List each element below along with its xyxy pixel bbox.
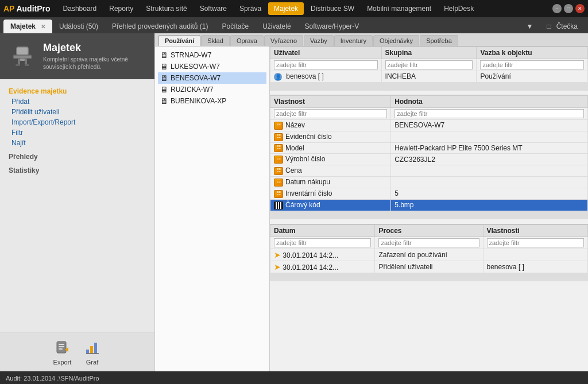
tree-item-label: BENESOVA-W7 [171,74,220,82]
tab-uzivatele[interactable]: Uživatelé [256,20,297,33]
property-icon: ☷ [274,190,283,198]
sidebar-link-pridat[interactable]: Přidat [0,96,154,107]
filter-proces[interactable] [378,238,479,247]
sidebar-footer: Export Graf [0,332,154,371]
sidebar-majetek-icon [9,42,36,71]
sidebar-footer-export[interactable]: Export [53,338,72,366]
subtab-sklad[interactable]: Sklad [201,35,230,46]
sidebar-link-najit[interactable]: Najít [0,138,154,148]
close-button[interactable]: ✕ [575,4,585,13]
sidebar-section-evidence-title: Evidence majetku [0,84,154,96]
cell-user: benesova [ ] [286,72,323,80]
cell-skupina: INCHEBA [381,71,477,83]
menu-distribuce[interactable]: Distribuce SW [305,2,360,15]
menu-mobilni[interactable]: Mobilní management [361,2,437,15]
menu-sprava[interactable]: Správa [234,2,267,15]
prop-name: Cena [285,166,302,174]
sidebar-link-pridelit[interactable]: Přidělit uživateli [0,107,154,117]
prop-value: Hewlett-Packard HP Elite 7500 Series MT [391,142,588,154]
events-table: Datum Proces Vlastnosti [270,224,588,273]
subtab-vazby[interactable]: Vazby [304,35,334,46]
prop-name: Název [285,121,305,129]
sidebar-section-evidence: Evidence majetku Přidat Přidělit uživate… [0,84,154,148]
table-row[interactable]: ☷Cena [270,165,588,177]
tab-udalosti[interactable]: Události (50) [52,20,105,33]
subtab-objednavky[interactable]: Objednávky [373,35,419,46]
svg-rect-10 [59,348,63,350]
filter-skupina[interactable] [385,60,473,69]
tree-item-strnad[interactable]: 🖥 STRNAD-W7 [158,49,266,61]
sidebar-footer-graf[interactable]: Graf [83,338,102,366]
subtab-oprava[interactable]: Oprava [230,35,264,46]
prop-value [391,177,588,188]
scrollbar-top[interactable] [270,83,588,91]
scrollbar-middle[interactable] [270,211,588,219]
svg-rect-13 [90,346,93,354]
tree-item-label: BUBENIKOVA-XP [171,97,226,105]
table-row[interactable]: ☷Název BENESOVA-W7 [270,120,588,131]
tree-item-bubenikova[interactable]: 🖥 BUBENIKOVA-XP [158,95,266,107]
properties-panel: Vlastnost Hodnota ☷Název BENESOV [270,95,588,224]
col-vlastnost: Vlastnost [270,96,391,108]
table-row[interactable]: ➤ 30.01.2014 14:2... Zařazení do používá… [270,249,588,261]
table-row[interactable]: ➤ 30.01.2014 14:2... Přidělení uživateli… [270,261,588,273]
menu-helpdesk[interactable]: HelpDesk [438,2,479,15]
app-title: AuditPro [16,4,50,13]
event-datum: 30.01.2014 14:2... [283,251,338,259]
sidebar-section-prehledy-title: Přehledy [0,149,154,162]
tab-majetek[interactable]: Majetek ✕ [3,20,52,33]
filter-vlastnosti[interactable] [487,238,585,247]
sidebar-link-filtr[interactable]: Filtr [0,127,154,138]
menu-reporty[interactable]: Reporty [103,2,139,15]
event-proces: Přidělení uživateli [375,261,483,273]
menu-software[interactable]: Software [194,2,233,15]
maximize-button[interactable]: □ [564,4,573,13]
filter-datum[interactable] [274,238,371,247]
status-text: Audit: 23.01.2014 .\SFN/AuditPro [6,375,99,382]
menu-dashboard[interactable]: Dashboard [57,2,103,15]
table-row[interactable]: ☷Evidenční číslo [270,131,588,142]
table-row-selected[interactable]: Čárový kód 5.bmp [270,199,588,211]
table-row[interactable]: ☷Datum nákupu [270,177,588,188]
table-row[interactable]: 👤 benesova [ ] INCHEBA Používání [270,71,588,83]
tab-close-majetek[interactable]: ✕ [41,24,45,30]
tree-item-ruzicka[interactable]: 🖥 RUZICKA-W7 [158,84,266,95]
tab-ctecka[interactable]: □ Čtečka [540,20,585,33]
prop-value: CZC3263JL2 [391,154,588,165]
subtab-pouzivani[interactable]: Používání [158,35,200,46]
filter-vlastnost[interactable] [274,109,387,118]
tree-item-benesova[interactable]: 🖥 BENESOVA-W7 [158,72,266,84]
tab-software-hyperv[interactable]: Software/Hyper-V [298,20,366,33]
tab-more-button[interactable]: ▼ [522,20,538,33]
properties-table: Vlastnost Hodnota ☷Název BENESOV [270,95,588,211]
sidebar-header: Majetek Kompletní správa majetku včetně … [0,33,154,79]
users-panel: Uživatel Skupina Vazba k objektu [270,46,588,95]
cell-vazba: Používání [477,71,588,83]
sidebar-link-import[interactable]: Import/Export/Report [0,117,154,127]
sidebar-title-area: Majetek Kompletní správa majetku včetně … [43,42,146,71]
window-controls: – □ ✕ [552,4,585,13]
app-logo: AP AuditPro [3,4,51,13]
event-vlastnosti: benesova [ ] [483,261,588,273]
menu-struktura[interactable]: Struktura sítě [140,2,192,15]
prop-name: Model [285,144,304,152]
subtab-vyrazeno[interactable]: Vyřazeno [264,35,303,46]
filter-uzivatel[interactable] [274,60,378,69]
filter-hodnota[interactable] [394,109,584,118]
filter-vazba[interactable] [480,60,584,69]
col-datum: Datum [270,225,375,237]
tree-item-lukesova[interactable]: 🖥 LUKESOVA-W7 [158,61,266,72]
tab-pocitace[interactable]: Počítače [215,20,256,33]
subtab-inventury[interactable]: Inventury [334,35,373,46]
svg-rect-5 [25,64,29,66]
menu-majetek[interactable]: Majetek [268,2,304,15]
sidebar-navigation: Evidence majetku Přidat Přidělit uživate… [0,79,154,332]
subtab-spotreba[interactable]: Spotřeba [420,35,458,46]
subtab-bar: Používání Sklad Oprava Vyřazeno Vazby In… [155,33,588,46]
table-row[interactable]: ☷Model Hewlett-Packard HP Elite 7500 Ser… [270,142,588,154]
scrollbar-bottom[interactable] [270,273,588,281]
minimize-button[interactable]: – [552,4,562,13]
table-row[interactable]: ☷Výrobní číslo CZC3263JL2 [270,154,588,165]
table-row[interactable]: ☷Inventární číslo 5 [270,188,588,199]
tab-prehled[interactable]: Přehled provedených auditů (1) [105,20,215,33]
